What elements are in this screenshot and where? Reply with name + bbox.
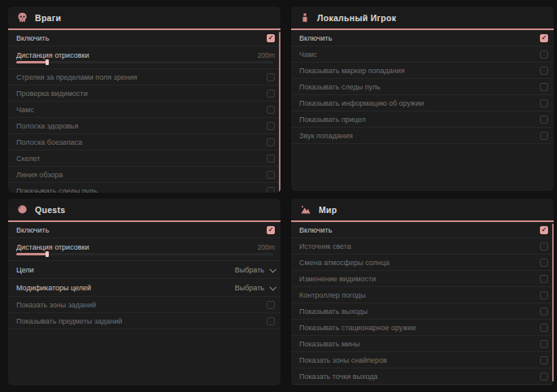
row-checkbox-показывать-информацию-об-оружии: Показывать информацию об оружии <box>291 95 554 111</box>
checkbox[interactable] <box>267 171 275 179</box>
checkbox[interactable] <box>540 242 548 250</box>
option-label: Полоска боезапаса <box>16 138 82 146</box>
option-label: Показывать мины <box>299 340 360 348</box>
option-label: Показывать прицел <box>299 115 366 124</box>
row-checkbox-включить: Включить✓ <box>291 222 554 238</box>
dropdown-value: Выбрать <box>235 266 264 274</box>
checkbox[interactable] <box>540 356 548 364</box>
option-label: Модификаторы целей <box>16 284 91 292</box>
circle-icon <box>17 204 28 215</box>
slider-fill <box>16 253 47 255</box>
row-checkbox-показать-зоны-снайперов: Показать зоны снайперов <box>291 352 554 368</box>
row-checkbox-показывать-стационарное-оружие: Показывать стационарное оружие <box>291 320 554 336</box>
option-label: Показать точки выхода <box>299 372 377 381</box>
checkbox[interactable] <box>267 301 275 309</box>
option-label: Показать зоны снайперов <box>299 356 387 364</box>
checkbox[interactable]: ✓ <box>267 226 275 234</box>
checkbox[interactable]: ✓ <box>540 34 548 42</box>
slider-labels: Дистанция отрисовки200m <box>16 243 275 251</box>
row-checkbox-включить: Включить✓ <box>291 30 554 46</box>
row-checkbox-показывать-маркер-попадания: Показывать маркер попадания <box>291 63 554 79</box>
checkbox[interactable] <box>540 307 548 316</box>
panel-quests-header: Quests <box>8 198 281 222</box>
check-icon: ✓ <box>542 226 547 233</box>
option-label: Контроллер погоды <box>299 291 366 299</box>
slider-value: 200m <box>258 51 275 59</box>
checkbox[interactable] <box>540 275 548 283</box>
row-checkbox-включить: Включить✓ <box>8 30 281 46</box>
row-checkbox-показывать-прицел: Показывать прицел <box>291 111 554 128</box>
scrollbar[interactable] <box>552 224 554 381</box>
option-label: Показывать информацию об оружии <box>299 99 424 107</box>
panel-world: Мир Включить✓Источник светаСмена атмосфе… <box>291 198 554 385</box>
checkbox[interactable] <box>540 291 548 299</box>
panel-world-body: Включить✓Источник светаСмена атмосферы с… <box>291 222 554 385</box>
row-checkbox-чамс: Чамс <box>8 102 281 118</box>
checkbox[interactable] <box>267 138 275 146</box>
panel-quests: Quests Включить✓Дистанция отрисовки200mЦ… <box>8 198 281 385</box>
checkbox[interactable] <box>267 89 275 98</box>
check-icon: ✓ <box>268 226 274 233</box>
row-checkbox-показывать-следы-пуль: Показывать следы пуль <box>8 183 281 193</box>
checkbox[interactable]: ✓ <box>267 34 275 42</box>
checkbox[interactable] <box>267 187 275 194</box>
dropdown[interactable]: Выбрать <box>235 284 275 292</box>
option-label: Показывать стационарное оружие <box>299 324 416 332</box>
checkbox[interactable] <box>540 132 548 140</box>
checkbox[interactable] <box>540 50 548 59</box>
option-label: Полоска здоровья <box>16 122 78 130</box>
option-label: Показывать следы пуль <box>299 83 381 91</box>
check-icon: ✓ <box>542 34 547 41</box>
row-slider-дистанция-отрисовки: Дистанция отрисовки200m <box>8 46 281 69</box>
slider-track[interactable] <box>16 253 273 255</box>
dropdown[interactable]: Выбрать <box>235 266 275 274</box>
option-label: Источник света <box>299 242 351 250</box>
row-checkbox-включить: Включить✓ <box>8 222 281 238</box>
slider-handle[interactable] <box>46 59 49 65</box>
checkbox[interactable] <box>267 317 275 325</box>
slider-labels: Дистанция отрисовки200m <box>16 51 275 59</box>
checkbox[interactable]: ✓ <box>540 226 548 234</box>
checkbox[interactable] <box>540 83 548 91</box>
row-checkbox-показать-точки-выхода: Показать точки выхода <box>291 368 554 385</box>
checkbox[interactable] <box>267 122 275 130</box>
panel-local-player-header: Локальный Игрок <box>291 7 554 30</box>
option-label: Дистанция отрисовки <box>16 51 89 59</box>
panel-local-player: Локальный Игрок Включить✓ЧамсПоказывать … <box>291 7 554 191</box>
slider-track[interactable] <box>16 61 273 63</box>
panel-title: Quests <box>35 205 65 215</box>
row-checkbox-показывать-предметы-заданий: Показывать предметы заданий <box>8 313 281 329</box>
checkbox[interactable] <box>540 340 548 348</box>
option-label: Включить <box>299 34 332 42</box>
scrollbar[interactable] <box>279 32 281 193</box>
checkbox[interactable] <box>540 115 548 124</box>
row-checkbox-полоска-боезапаса: Полоска боезапаса <box>8 134 281 150</box>
option-label: Показать зоны заданий <box>16 301 96 309</box>
checkbox[interactable] <box>540 99 548 107</box>
checkbox[interactable] <box>267 73 275 81</box>
option-label: Показывать выходы <box>299 307 368 316</box>
panel-local-player-body: Включить✓ЧамсПоказывать маркер попадания… <box>291 30 554 144</box>
option-label: Изменение видимости <box>299 275 376 283</box>
row-slider-дистанция-отрисовки: Дистанция отрисовки200m <box>8 238 281 261</box>
row-dropdown-цели: ЦелиВыбрать <box>8 261 281 279</box>
panel-title: Враги <box>35 13 61 23</box>
option-label: Показывать предметы заданий <box>16 317 122 325</box>
panel-quests-body: Включить✓Дистанция отрисовки200mЦелиВыбр… <box>8 222 281 329</box>
checkbox[interactable] <box>540 67 548 75</box>
checkbox[interactable] <box>540 324 548 332</box>
checkbox[interactable] <box>267 106 275 114</box>
checkbox[interactable] <box>267 155 275 163</box>
slider-fill <box>16 61 47 63</box>
row-checkbox-полоска-здоровья: Полоска здоровья <box>8 118 281 134</box>
panel-enemies-header: Враги <box>8 7 281 30</box>
option-label: Линия обзора <box>16 171 63 179</box>
slider-value: 200m <box>258 243 275 251</box>
slider-handle[interactable] <box>46 251 49 257</box>
panel-world-header: Мир <box>291 198 554 222</box>
option-label: Звук попадания <box>299 132 353 140</box>
row-checkbox-показать-зоны-заданий: Показать зоны заданий <box>8 297 281 313</box>
checkbox[interactable] <box>540 259 548 267</box>
checkbox[interactable] <box>540 372 548 381</box>
row-checkbox-показывать-выходы: Показывать выходы <box>291 303 554 320</box>
